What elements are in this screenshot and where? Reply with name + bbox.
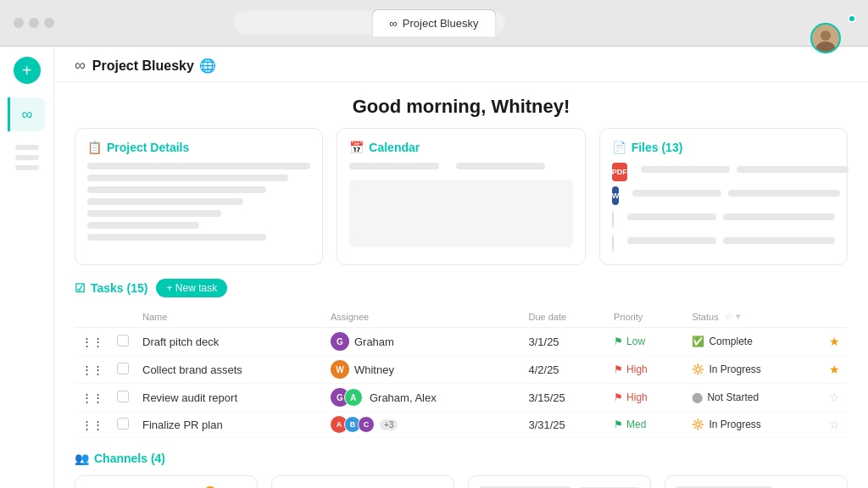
task-checkbox[interactable] bbox=[117, 363, 129, 374]
task-status-cell: 🔆 In Progress bbox=[685, 356, 822, 384]
status-icon: 🔆 bbox=[692, 419, 704, 430]
channels-row: 👥 Compliance Team i W Audit Report bbox=[75, 475, 848, 488]
task-checkbox[interactable] bbox=[117, 418, 129, 430]
sidebar-add-button[interactable]: + bbox=[14, 57, 41, 84]
task-priority-cell: ⚑ Med bbox=[607, 412, 685, 438]
assignee-avatar-3: C bbox=[358, 416, 375, 433]
channel-card-compliance: 👥 Compliance Team i W Audit Report bbox=[75, 475, 258, 488]
task-check-cell[interactable] bbox=[110, 328, 136, 356]
skeleton bbox=[87, 222, 199, 229]
drag-handle[interactable]: ⋮⋮ bbox=[75, 412, 110, 438]
main-content: ∞ Project Bluesky 🌐 Good morning, Whitne… bbox=[54, 47, 868, 488]
assignee-avatar: W bbox=[331, 360, 349, 379]
task-name-cell: Review audit report bbox=[136, 384, 324, 412]
task-star-cell[interactable]: ☆ bbox=[822, 384, 848, 412]
task-star-cell[interactable]: ☆ bbox=[822, 412, 848, 438]
star-button[interactable]: ☆ bbox=[829, 418, 840, 431]
task-name-cell: Collect brand assets bbox=[136, 356, 324, 384]
tasks-title: ☑ Tasks (15) bbox=[75, 281, 147, 295]
th-status: Status ☆ ▾ bbox=[685, 308, 822, 328]
task-due-cell: 3/31/25 bbox=[521, 412, 607, 438]
svg-point-1 bbox=[821, 30, 831, 41]
status-icon: ✅ bbox=[692, 336, 704, 347]
files-title: 📄 Files (13) bbox=[612, 141, 835, 154]
sort-icon: ☆ ▾ bbox=[725, 311, 741, 322]
channels-icon: 👥 bbox=[75, 452, 89, 465]
assignee-avatar-2: A bbox=[344, 388, 363, 407]
word-icon: W bbox=[612, 186, 620, 205]
browser-dot-2 bbox=[29, 18, 39, 28]
task-check-cell[interactable] bbox=[110, 356, 136, 384]
task-checkbox[interactable] bbox=[117, 335, 129, 347]
clipboard-icon: 📋 bbox=[87, 141, 102, 154]
star-button[interactable]: ★ bbox=[829, 363, 840, 376]
sidebar-item-infinity[interactable]: ∞ bbox=[8, 97, 45, 131]
channels-title: 👥 Channels (4) bbox=[75, 452, 848, 465]
task-star-cell[interactable]: ★ bbox=[822, 328, 848, 356]
task-status-cell: 🔆 In Progress bbox=[685, 412, 822, 438]
star-button[interactable]: ☆ bbox=[829, 391, 840, 404]
file-item: W bbox=[612, 186, 835, 205]
task-assignee-cell: G Graham bbox=[324, 328, 522, 356]
calendar-placeholder bbox=[349, 180, 572, 247]
th-assignee: Assignee bbox=[324, 308, 522, 328]
task-priority-cell: ⚑ Low bbox=[607, 328, 685, 356]
task-status-cell: ✅ Complete bbox=[685, 328, 822, 356]
new-task-button[interactable]: + New task bbox=[156, 279, 227, 297]
calendar-icon: 📅 bbox=[349, 141, 364, 154]
file-item bbox=[612, 234, 835, 252]
skeleton bbox=[87, 210, 221, 217]
th-name: Name bbox=[136, 308, 324, 328]
skeleton bbox=[87, 175, 288, 181]
widgets-row: 📋 Project Details 📅 Calendar bbox=[54, 128, 868, 279]
browser-dots bbox=[14, 18, 54, 28]
file-dot-icon bbox=[612, 210, 614, 229]
task-star-cell[interactable]: ★ bbox=[822, 356, 848, 384]
channel-card-extra1 bbox=[468, 475, 651, 488]
drag-handle[interactable]: ⋮⋮ bbox=[75, 384, 110, 412]
skeleton bbox=[87, 163, 310, 169]
drag-handle[interactable]: ⋮⋮ bbox=[75, 356, 110, 384]
project-details-widget: 📋 Project Details bbox=[75, 128, 323, 265]
task-due-cell: 3/15/25 bbox=[521, 384, 607, 412]
task-name-cell: Draft pitch deck bbox=[136, 328, 324, 356]
task-status-cell: ⬤ Not Started bbox=[685, 384, 822, 412]
files-list: PDF W bbox=[612, 163, 835, 252]
table-row: ⋮⋮ Finalize PR plan A B C + bbox=[75, 412, 848, 438]
skeleton bbox=[87, 186, 266, 193]
user-avatar[interactable] bbox=[810, 23, 841, 53]
assignee-avatar: G bbox=[331, 332, 349, 351]
drag-handle[interactable]: ⋮⋮ bbox=[75, 328, 110, 356]
task-check-cell[interactable] bbox=[110, 384, 136, 412]
project-details-title: 📋 Project Details bbox=[87, 141, 310, 154]
table-row: ⋮⋮ Draft pitch deck G Graham bbox=[75, 328, 848, 356]
task-assignee-cell: W Whitney bbox=[324, 356, 522, 384]
infinity-icon: ∞ bbox=[22, 106, 33, 124]
task-checkbox[interactable] bbox=[117, 391, 129, 402]
flag-icon: ⚑ bbox=[614, 419, 623, 430]
task-due-cell: 4/2/25 bbox=[521, 356, 607, 384]
channel-card-extra2 bbox=[665, 475, 848, 488]
task-check-icon: ☑ bbox=[75, 281, 86, 295]
tab-label: Project Bluesky bbox=[403, 17, 479, 30]
flag-icon: ⚑ bbox=[614, 363, 623, 375]
th-star bbox=[822, 308, 848, 328]
task-assignee-cell: A B C +3 bbox=[324, 412, 522, 438]
project-name-text: Project Bluesky bbox=[92, 58, 194, 74]
task-check-cell[interactable] bbox=[110, 412, 136, 438]
project-title: Project Bluesky 🌐 bbox=[92, 58, 216, 74]
star-button[interactable]: ★ bbox=[829, 335, 840, 348]
th-check bbox=[110, 308, 136, 328]
task-assignee-cell: G A Graham, Alex bbox=[324, 384, 522, 412]
online-indicator bbox=[848, 14, 856, 23]
status-icon: ⬤ bbox=[692, 391, 703, 403]
pdf-icon: PDF bbox=[612, 163, 627, 181]
tab-infinity-icon: ∞ bbox=[390, 17, 398, 30]
th-drag bbox=[75, 308, 110, 328]
more-assignees-badge: +3 bbox=[380, 419, 398, 430]
header-bar: ∞ Project Bluesky 🌐 bbox=[54, 47, 868, 82]
browser-dot-3 bbox=[44, 18, 54, 28]
calendar-title: 📅 Calendar bbox=[349, 141, 572, 154]
th-due-date: Due date bbox=[521, 308, 607, 328]
browser-tab[interactable]: ∞ Project Bluesky bbox=[372, 9, 497, 36]
